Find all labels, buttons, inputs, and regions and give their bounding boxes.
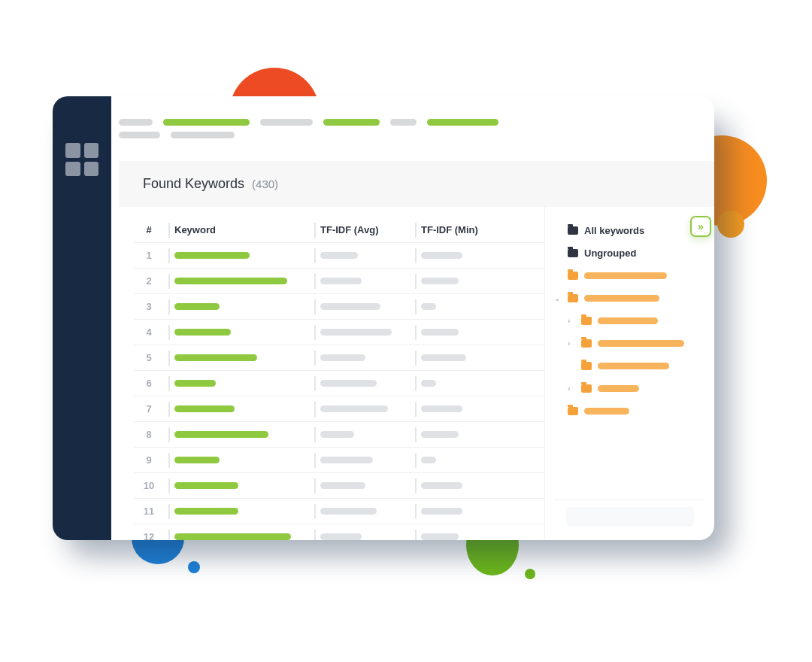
row-number: 7 (134, 403, 164, 415)
keyword-bar (174, 252, 250, 259)
table-row[interactable]: 12 (134, 524, 544, 540)
col-sep (314, 530, 316, 541)
tfavg-bar (320, 329, 392, 336)
col-sep (314, 325, 316, 340)
table-row[interactable]: 9 (134, 448, 544, 473)
expand-panel-button[interactable]: » (690, 216, 711, 237)
breadcrumb-pill[interactable] (119, 132, 160, 138)
col-sep (415, 299, 417, 314)
breadcrumb-pill[interactable] (171, 132, 235, 138)
folder-item[interactable]: › (554, 309, 707, 332)
breadcrumb (111, 119, 714, 158)
tfavg-bar (320, 380, 377, 387)
folder-icon (581, 384, 592, 393)
table-row[interactable]: 4 (134, 320, 544, 345)
table-row[interactable]: 3 (134, 294, 544, 320)
main-area: Found Keywords (430) # Keyword TF-IDF (A… (111, 96, 714, 540)
col-sep (168, 223, 170, 238)
col-sep (415, 376, 417, 391)
caret-icon: › (568, 384, 575, 393)
caret-icon: ⌄ (554, 294, 562, 302)
folder-label: All keywords (584, 225, 644, 236)
col-num[interactable]: # (134, 224, 164, 235)
folder-item[interactable] (554, 354, 707, 377)
panel-title: Found Keywords (143, 176, 244, 192)
col-keyword[interactable]: Keyword (174, 224, 310, 235)
table-row[interactable]: 1 (134, 243, 544, 269)
footer-input-placeholder[interactable] (566, 507, 694, 527)
breadcrumb-pill[interactable] (163, 119, 250, 126)
table-row[interactable]: 11 (134, 499, 544, 524)
breadcrumb-pill[interactable] (260, 119, 313, 126)
col-sep (314, 351, 316, 366)
breadcrumb-pill[interactable] (119, 119, 153, 126)
tfavg-bar (320, 303, 380, 310)
col-sep (415, 351, 417, 366)
caret-icon: › (568, 317, 575, 325)
folder-item[interactable] (554, 264, 707, 287)
row-number: 3 (134, 301, 164, 312)
col-sep (168, 453, 170, 468)
col-tfavg[interactable]: TF-IDF (Avg) (320, 224, 411, 235)
tfavg-bar (320, 457, 373, 463)
col-sep (168, 376, 170, 391)
keyword-bar (174, 329, 231, 336)
folder-item[interactable]: ⌄ (554, 287, 707, 309)
tfavg-bar (320, 252, 358, 259)
folder-label: Ungrouped (584, 247, 636, 259)
keyword-bar (174, 303, 220, 310)
tfmin-bar (421, 405, 462, 412)
col-sep (415, 427, 417, 442)
col-sep (314, 453, 316, 468)
folder-icon (568, 294, 578, 302)
table-row[interactable]: 8 (134, 422, 544, 448)
col-sep (415, 223, 417, 238)
col-sep (415, 402, 417, 417)
folder-icon (568, 272, 578, 280)
table-row[interactable]: 2 (134, 269, 544, 294)
breadcrumb-pill[interactable] (390, 119, 417, 126)
expand-icon: » (698, 220, 704, 232)
folder-ungrouped[interactable]: Ungrouped (554, 241, 707, 264)
dashboard-icon[interactable] (65, 143, 98, 176)
table-row[interactable]: 5 (134, 345, 544, 371)
table-row[interactable]: 10 (134, 473, 544, 499)
col-sep (314, 376, 316, 391)
table-row[interactable]: 7 (134, 396, 544, 422)
col-sep (415, 453, 417, 468)
breadcrumb-pill[interactable] (323, 119, 380, 126)
keyword-bar (174, 508, 238, 515)
keyword-bar (174, 482, 238, 489)
tfmin-bar (421, 533, 459, 540)
folder-icon (568, 249, 578, 257)
folder-label-placeholder (584, 408, 629, 415)
col-sep (314, 402, 316, 417)
app-window: Found Keywords (430) # Keyword TF-IDF (A… (53, 96, 714, 540)
table-row[interactable]: 6 (134, 371, 544, 396)
row-number: 4 (134, 326, 164, 338)
panel-count: (430) (252, 178, 278, 190)
folder-item[interactable]: › (554, 332, 707, 354)
col-sep (415, 504, 417, 519)
folder-panel: » All keywords Ungrouped ⌄››› (544, 207, 714, 540)
folder-all-keywords[interactable]: All keywords (554, 219, 707, 241)
folder-item[interactable]: › (554, 377, 707, 399)
col-tfmin[interactable]: TF-IDF (Min) (421, 224, 504, 235)
row-number: 10 (134, 480, 164, 491)
tfmin-bar (421, 431, 459, 438)
folder-item[interactable] (554, 399, 707, 422)
folder-label-placeholder (584, 295, 659, 302)
folder-label-placeholder (598, 385, 639, 392)
folder-label-placeholder (584, 272, 667, 279)
breadcrumb-pill[interactable] (427, 119, 498, 126)
keyword-bar (174, 354, 257, 361)
folder-panel-footer (554, 500, 705, 533)
col-sep (168, 402, 170, 417)
keywords-table: # Keyword TF-IDF (Avg) TF-IDF (Min) 1234… (111, 207, 544, 540)
col-sep (415, 325, 417, 340)
row-number: 12 (134, 531, 164, 540)
col-sep (415, 478, 417, 493)
row-number: 2 (134, 275, 164, 287)
col-sep (168, 299, 170, 314)
folder-icon (568, 407, 578, 415)
